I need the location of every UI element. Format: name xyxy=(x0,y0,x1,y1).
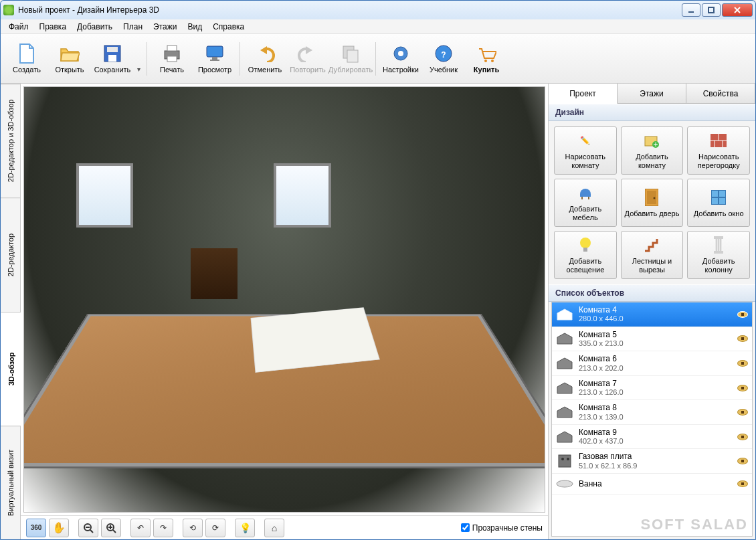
svg-point-44 xyxy=(580,238,591,248)
door-icon xyxy=(642,188,661,207)
visibility-icon[interactable] xyxy=(737,360,748,367)
object-icon xyxy=(556,331,573,346)
svg-line-25 xyxy=(113,530,116,533)
visibility-icon[interactable] xyxy=(737,385,748,391)
object-dimensions: 51.0 x 62.1 x 86.9 xyxy=(579,462,732,470)
object-row[interactable]: Газовая плита51.0 x 62.1 x 86.9 xyxy=(552,449,752,474)
tilt-right-button[interactable]: ⟳ xyxy=(205,519,225,537)
svg-rect-46 xyxy=(714,236,723,239)
window-icon xyxy=(709,188,728,207)
object-row[interactable]: Комната 5335.0 x 213.0 xyxy=(552,327,752,352)
new-file-icon xyxy=(16,43,37,64)
tab-project[interactable]: Проект xyxy=(549,84,618,104)
svg-rect-14 xyxy=(347,50,358,62)
stairs-icon xyxy=(642,236,661,254)
stairs-button[interactable]: Лестницы и вырезы xyxy=(621,231,684,279)
main-toolbar: Создать Открыть Сохранить Печать Просмот… xyxy=(1,34,755,84)
vtab-3d[interactable]: 3D-обзор xyxy=(1,312,21,426)
design-tools: ✏️Нарисовать комнату +Добавить комнату Н… xyxy=(549,121,755,284)
menu-floors[interactable]: Этажи xyxy=(149,21,181,33)
rotate-cw-button[interactable]: ↷ xyxy=(153,519,173,537)
object-name: Ванна xyxy=(579,479,732,488)
visibility-icon[interactable] xyxy=(737,335,748,342)
undo-button[interactable]: Отменить xyxy=(244,38,286,80)
pan-button[interactable]: ✋ xyxy=(49,519,69,537)
view-toolbar: 360 ✋ ↶ ↷ ⟲ ⟳ 💡 ⌂ Прозрачные стены xyxy=(21,515,548,539)
svg-rect-6 xyxy=(108,55,116,62)
orbit-360-button[interactable]: 360 xyxy=(26,519,46,537)
object-dimensions: 335.0 x 213.0 xyxy=(579,339,732,348)
object-list[interactable]: Комната 4280.0 x 446.0Комната 5335.0 x 2… xyxy=(551,302,753,537)
zoom-out-button[interactable] xyxy=(78,519,98,537)
preview-button[interactable]: Просмотр xyxy=(194,38,235,80)
print-button[interactable]: Печать xyxy=(151,38,193,80)
tutorial-button[interactable]: ? Учебник xyxy=(423,38,464,80)
tab-properties[interactable]: Свойства xyxy=(686,84,755,103)
open-button[interactable]: Открыть xyxy=(49,38,90,80)
visibility-icon[interactable] xyxy=(737,480,748,487)
vtab-virtual[interactable]: Виртуальный визит xyxy=(1,426,20,539)
visibility-icon[interactable] xyxy=(737,458,748,464)
save-dropdown[interactable] xyxy=(134,38,143,80)
right-panel: Проект Этажи Свойства Дизайн ✏️Нарисоват… xyxy=(548,84,755,539)
svg-rect-12 xyxy=(210,60,219,61)
object-dimensions: 280.0 x 446.0 xyxy=(579,314,732,323)
object-icon xyxy=(556,454,573,468)
menu-file[interactable]: Файл xyxy=(5,21,33,33)
light-button[interactable]: 💡 xyxy=(235,519,255,537)
vtab-combo[interactable]: 2D-редактор и 3D-обзор xyxy=(1,84,20,197)
object-row[interactable]: Комната 9402.0 x 437.0 xyxy=(552,425,752,450)
3d-window xyxy=(76,163,134,227)
tab-floors[interactable]: Этажи xyxy=(618,84,686,103)
menu-view[interactable]: Вид xyxy=(183,21,206,33)
object-dimensions: 213.0 x 202.0 xyxy=(579,364,732,373)
menu-edit[interactable]: Правка xyxy=(35,21,71,33)
minimize-button[interactable] xyxy=(682,3,700,17)
zoom-in-button[interactable] xyxy=(101,519,121,537)
add-window-button[interactable]: Добавить окно xyxy=(687,179,750,227)
add-light-button[interactable]: Добавить освещение xyxy=(554,231,617,279)
duplicate-button[interactable]: Дублировать xyxy=(330,38,371,80)
object-row[interactable]: Комната 8213.0 x 139.0 xyxy=(552,400,752,425)
add-room-button[interactable]: +Добавить комнату xyxy=(621,126,684,175)
close-button[interactable] xyxy=(722,3,753,17)
menubar: Файл Правка Добавить План Этажи Вид Спра… xyxy=(1,19,755,34)
gear-icon xyxy=(390,43,411,64)
visibility-icon[interactable] xyxy=(737,409,748,416)
buy-button[interactable]: Купить xyxy=(466,38,507,80)
object-icon xyxy=(556,307,573,322)
svg-rect-8 xyxy=(167,46,177,51)
svg-point-19 xyxy=(484,60,487,62)
transparent-walls-input[interactable] xyxy=(461,523,470,532)
tilt-left-button[interactable]: ⟲ xyxy=(183,519,203,537)
save-button[interactable]: Сохранить xyxy=(92,38,133,80)
3d-canvas[interactable] xyxy=(23,86,545,513)
room-add-icon: + xyxy=(642,131,661,150)
rotate-ccw-button[interactable]: ↶ xyxy=(130,519,151,537)
object-row[interactable]: Комната 4280.0 x 446.0 xyxy=(552,302,752,327)
add-column-button[interactable]: Добавить колонну xyxy=(687,231,750,279)
add-door-button[interactable]: Добавить дверь xyxy=(621,179,684,227)
draw-room-button[interactable]: ✏️Нарисовать комнату xyxy=(554,126,617,175)
menu-add[interactable]: Добавить xyxy=(73,21,116,33)
visibility-icon[interactable] xyxy=(737,311,748,318)
visibility-icon[interactable] xyxy=(737,434,748,440)
object-row[interactable]: Ванна xyxy=(552,474,752,494)
svg-rect-36 xyxy=(581,197,583,199)
redo-button[interactable]: Повторить xyxy=(287,38,328,80)
vtab-2d[interactable]: 2D-редактор xyxy=(1,197,20,311)
object-icon xyxy=(556,430,573,444)
maximize-button[interactable] xyxy=(702,3,721,17)
object-row[interactable]: Комната 7213.0 x 126.0 xyxy=(552,376,752,401)
create-button[interactable]: Создать xyxy=(6,38,48,80)
menu-help[interactable]: Справка xyxy=(209,21,248,33)
settings-button[interactable]: Настройки xyxy=(380,38,421,80)
menu-plan[interactable]: План xyxy=(119,21,147,33)
home-view-button[interactable]: ⌂ xyxy=(264,519,284,537)
draw-wall-button[interactable]: Нарисовать перегородку xyxy=(687,126,750,175)
app-icon xyxy=(3,5,14,15)
add-furniture-button[interactable]: Добавить мебель xyxy=(554,179,617,227)
transparent-walls-checkbox[interactable]: Прозрачные стены xyxy=(461,523,543,533)
object-row[interactable]: Комната 6213.0 x 202.0 xyxy=(552,351,752,376)
object-icon xyxy=(556,356,573,371)
